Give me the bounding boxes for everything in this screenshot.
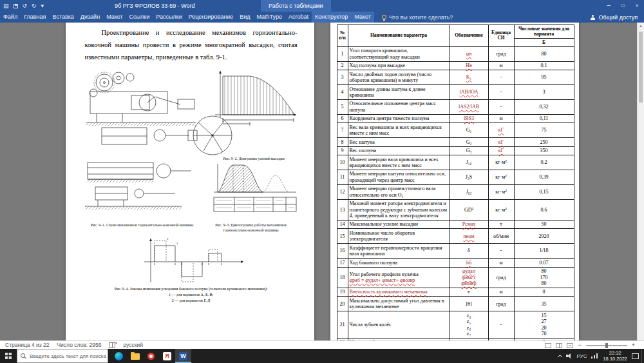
cell-unit[interactable]: кг·м² bbox=[488, 184, 514, 199]
cell-num[interactable]: 16 bbox=[337, 244, 348, 259]
cell-symbol[interactable]: δ bbox=[450, 244, 488, 259]
cell-unit[interactable]: град bbox=[488, 297, 514, 311]
ribbon-tab[interactable]: Ссылки bbox=[126, 12, 153, 23]
cell-num[interactable]: 14 bbox=[337, 220, 348, 228]
cell-unit[interactable]: град bbox=[488, 267, 514, 288]
tell-me-search[interactable]: Что вы хотите сделать? bbox=[382, 14, 453, 21]
context-ribbon-tab[interactable]: Макет bbox=[351, 12, 374, 23]
taskbar-search[interactable]: Введите здесь текст для поиска bbox=[17, 349, 108, 363]
context-ribbon-tab[interactable]: Конструктор bbox=[312, 12, 351, 23]
cell-name[interactable]: Коэффициент неравномерности вращения вал… bbox=[348, 244, 450, 259]
cell-symbol[interactable]: Hв bbox=[450, 61, 488, 70]
cell-value[interactable]: 0,39 bbox=[514, 170, 574, 184]
cell-symbol[interactable]: G₁ bbox=[450, 123, 488, 138]
web-layout-button[interactable] bbox=[567, 343, 573, 348]
header-values-group[interactable]: Числовые значения для варианта bbox=[514, 25, 574, 39]
ribbon-tab[interactable]: Вставка bbox=[49, 12, 77, 23]
ribbon-tab[interactable]: Рассылки bbox=[153, 12, 185, 23]
cell-unit[interactable]: м bbox=[488, 114, 514, 123]
cell-num[interactable]: 1 bbox=[337, 46, 348, 61]
language-indicator[interactable]: русский bbox=[123, 342, 143, 348]
cell-symbol[interactable]: K₁ bbox=[450, 70, 488, 85]
cell-num[interactable]: 12 bbox=[337, 184, 348, 199]
scrollbar-thumb[interactable] bbox=[639, 32, 643, 103]
zoom-slider-thumb[interactable] bbox=[605, 343, 608, 348]
cell-name[interactable]: Вес шатуна bbox=[348, 138, 450, 146]
tray-expand-icon[interactable] bbox=[558, 354, 562, 358]
cell-symbol[interactable]: lВS3 bbox=[450, 114, 488, 123]
cell-num[interactable]: 18 bbox=[337, 267, 348, 288]
cell-value[interactable]: 0 bbox=[514, 288, 574, 296]
cell-symbol[interactable]: φв bbox=[450, 46, 488, 61]
cell-value[interactable]: 75 bbox=[514, 123, 574, 138]
cell-symbol[interactable]: hб bbox=[450, 259, 488, 267]
cell-unit[interactable]: - bbox=[488, 70, 514, 85]
cell-name[interactable]: Маховой момент ротора электродвигателя и… bbox=[348, 199, 450, 220]
read-mode-button[interactable] bbox=[545, 343, 551, 348]
cell-value[interactable]: 0,15 bbox=[514, 184, 574, 199]
taskbar-browser-button[interactable] bbox=[143, 349, 159, 363]
cell-num[interactable]: 3 bbox=[337, 70, 348, 85]
cell-symbol[interactable]: nном bbox=[450, 229, 488, 244]
cell-name[interactable]: Относительное положение центра масс шату… bbox=[348, 99, 450, 114]
cell-value[interactable]: 35 bbox=[514, 297, 574, 311]
cell-num[interactable]: 20 bbox=[337, 297, 348, 311]
cell-value[interactable]: 0,11 bbox=[514, 114, 574, 123]
cell-unit[interactable]: - bbox=[488, 85, 514, 100]
cell-unit[interactable]: кг·м² bbox=[488, 155, 514, 170]
save-icon[interactable] bbox=[14, 4, 18, 8]
cell-name[interactable]: Момент инерции шатуна относительно оси, … bbox=[348, 170, 450, 184]
ribbon-tab[interactable]: Файл bbox=[0, 12, 21, 23]
cell-name[interactable]: Вес ползуна bbox=[348, 146, 450, 155]
cell-num[interactable]: 7 bbox=[337, 123, 348, 138]
cell-value[interactable]: 250 bbox=[514, 138, 574, 146]
figure-9-4-caption-line3[interactable]: 2 — для вариантов Г, Д bbox=[114, 299, 269, 304]
close-button[interactable]: × bbox=[630, 0, 644, 12]
cell-symbol[interactable]: G₃ bbox=[450, 146, 488, 155]
redo-icon[interactable]: ↻ bbox=[32, 0, 37, 12]
minimize-button[interactable]: ─ bbox=[601, 0, 616, 12]
cell-symbol[interactable]: G₂ bbox=[450, 138, 488, 146]
cell-name[interactable]: Момент инерции промежуточного вала относ… bbox=[348, 184, 450, 199]
network-icon[interactable] bbox=[591, 353, 598, 358]
cell-num[interactable]: 21 bbox=[337, 311, 348, 338]
cell-symbol[interactable]: lАS2/lАВ bbox=[450, 99, 488, 114]
cell-value[interactable]: 0,2 bbox=[514, 155, 574, 170]
cell-unit[interactable]: кГ bbox=[488, 123, 514, 138]
maximize-button[interactable]: □ bbox=[616, 0, 630, 12]
action-center-icon[interactable] bbox=[632, 353, 639, 359]
page-indicator[interactable]: Страница 4 из 22 bbox=[5, 342, 49, 348]
cell-name[interactable]: Вес вала кривошипа и всех вращающихся вм… bbox=[348, 123, 450, 138]
cell-symbol[interactable]: GD² bbox=[450, 199, 488, 220]
header-variant[interactable]: Б bbox=[514, 39, 574, 47]
cell-symbol[interactable]: J₁₀ bbox=[450, 155, 488, 170]
cell-num[interactable]: 13 bbox=[337, 199, 348, 220]
cell-name[interactable]: Момент инерции вала кривошипа и всех вра… bbox=[348, 155, 450, 170]
print-layout-button[interactable] bbox=[556, 343, 562, 348]
cell-unit[interactable]: кГ bbox=[488, 146, 514, 155]
figure-9-4-caption-line2[interactable]: 1 — для вариантов А, Б, В; bbox=[114, 293, 269, 298]
cell-num[interactable]: 9 bbox=[337, 146, 348, 155]
proofing-icon[interactable]: ✕ bbox=[109, 342, 115, 348]
cell-unit[interactable]: кг·м² bbox=[488, 170, 514, 184]
zoom-slider[interactable] bbox=[586, 345, 627, 346]
zoom-out-button[interactable]: − bbox=[578, 341, 581, 349]
cell-value[interactable]: 0,32 bbox=[514, 99, 574, 114]
cell-name[interactable]: Числа зубьев колёс bbox=[348, 311, 450, 338]
taskbar-yandex-button[interactable]: Я bbox=[159, 349, 175, 363]
ribbon-tab[interactable]: MathType bbox=[254, 12, 286, 23]
cell-num[interactable]: 11 bbox=[337, 170, 348, 184]
cell-num[interactable]: 17 bbox=[337, 259, 348, 267]
header-num[interactable]: № п/п bbox=[337, 25, 348, 47]
language-switcher[interactable]: РУС bbox=[576, 353, 587, 359]
figure-9-4-drawing[interactable]: 1 2 bbox=[137, 236, 246, 286]
figure-9-1-caption[interactable]: Рис. 9–1. Схема механизмов горизонтально… bbox=[85, 223, 200, 228]
cell-unit[interactable]: об/мин bbox=[488, 229, 514, 244]
show-desktop-button[interactable] bbox=[641, 349, 644, 363]
ribbon-tab[interactable]: Главная bbox=[21, 12, 49, 23]
figure-9-1-to-9-3-drawing[interactable] bbox=[85, 68, 298, 222]
app-menu-icon[interactable]: ▤ bbox=[3, 0, 9, 12]
cell-unit[interactable]: кГ bbox=[488, 138, 514, 146]
cell-unit[interactable]: м bbox=[488, 288, 514, 296]
qat-customize-icon[interactable]: ▾ bbox=[41, 0, 44, 12]
